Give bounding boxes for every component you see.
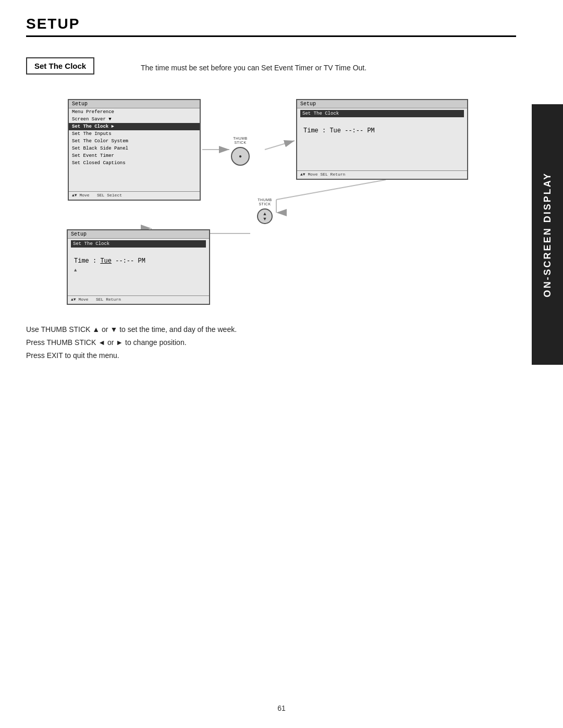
svg-line-4: [276, 180, 386, 200]
thumb-stick-2: THUMBSTICK ▲▼: [257, 198, 273, 224]
clock-1-selected-item: Set The Clock: [300, 110, 464, 117]
intro-text: The time must be set before you can Set …: [141, 63, 366, 73]
clock-1-time-display: Time : Tue --:-- PM: [297, 119, 467, 143]
instructions-block: Use THUMB STICK ▲ or ▼ to set the time, …: [26, 323, 237, 363]
menu-item-set-clock: Set The Clock ►: [69, 123, 200, 130]
screen-menu-title: Setup: [69, 100, 200, 108]
set-clock-label: Set The Clock: [26, 57, 94, 75]
clock-2-bottom-bar: ▲▼ Move SEL Return: [68, 295, 209, 303]
screen-setup-menu: Setup Menu Preference Screen Saver ▼ Set…: [68, 99, 201, 201]
svg-line-3: [265, 141, 295, 150]
screen-clock-1-title: Setup: [297, 100, 467, 108]
screen-clock-2: Setup Set The Clock Time : Tue --:-- PM …: [67, 229, 210, 305]
side-label-text: ON-SCREEN DISPLAY: [542, 172, 553, 297]
page-number: 61: [277, 704, 286, 712]
menu-item-menu-preference: Menu Preference: [69, 108, 200, 116]
instruction-line-1: Use THUMB STICK ▲ or ▼ to set the time, …: [26, 323, 237, 336]
screen-menu-bottom-bar: ▲▼ Move SEL Select: [69, 191, 200, 199]
thumb-stick-1-circle: ●: [231, 147, 250, 166]
menu-item-event-timer: Set Event Timer: [69, 152, 200, 159]
day-arrow-indicator: ▲: [74, 268, 203, 273]
menu-item-screen-saver: Screen Saver ▼: [69, 116, 200, 123]
time-prefix: Time :: [74, 257, 100, 265]
time-day: Tue: [100, 257, 112, 265]
menu-item-color-system: Set The Color System: [69, 138, 200, 145]
instruction-line-2: Press THUMB STICK ◄ or ► to change posit…: [26, 336, 237, 349]
menu-item-set-inputs: Set The Inputs: [69, 130, 200, 138]
thumb-stick-2-label: THUMBSTICK: [257, 198, 273, 207]
thumb-stick-2-circle: ▲▼: [257, 208, 273, 224]
screen-clock-1: Setup Set The Clock Time : Tue --:-- PM …: [296, 99, 468, 180]
thumb-stick-1: THUMBSTICK ●: [231, 137, 250, 166]
clock-2-selected-item: Set The Clock: [71, 240, 206, 248]
menu-item-closed-captions: Set Closed Captions: [69, 159, 200, 167]
side-label-container: ON-SCREEN DISPLAY: [532, 104, 563, 365]
page-title: SETUP: [26, 16, 516, 37]
clock-1-bottom-bar: ▲▼ Move SEL Return: [297, 170, 467, 178]
instruction-line-3: Press EXIT to quit the menu.: [26, 349, 237, 362]
screen-clock-2-title: Setup: [68, 230, 209, 239]
time-suffix: --:-- PM: [112, 257, 145, 265]
clock-2-time-display: Time : Tue --:-- PM ▲: [68, 249, 209, 278]
thumb-stick-1-label: THUMBSTICK: [231, 137, 250, 145]
menu-item-black-side: Set Black Side Panel: [69, 145, 200, 152]
